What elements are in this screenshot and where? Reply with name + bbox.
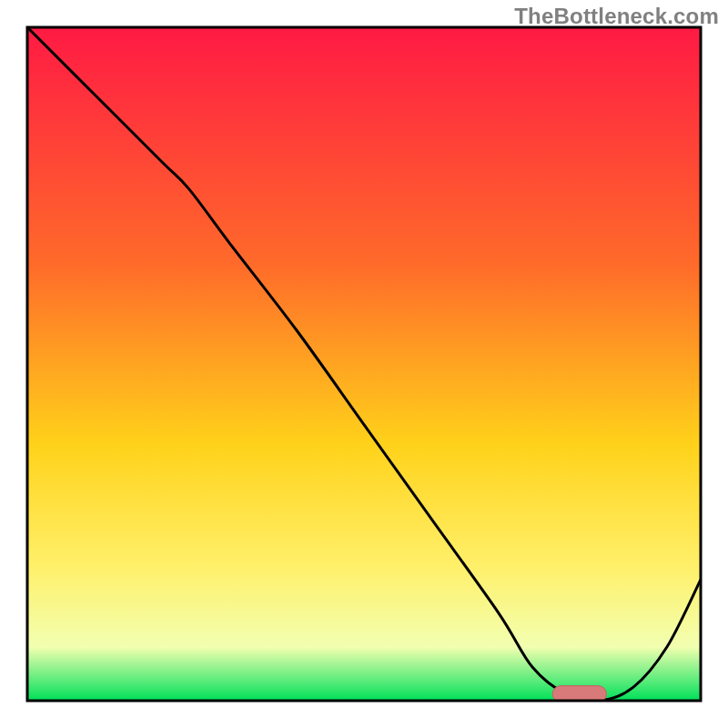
bottleneck-chart bbox=[0, 0, 728, 728]
watermark-label: TheBottleneck.com bbox=[514, 4, 719, 29]
chart-stage: TheBottleneck.com bbox=[0, 0, 728, 728]
